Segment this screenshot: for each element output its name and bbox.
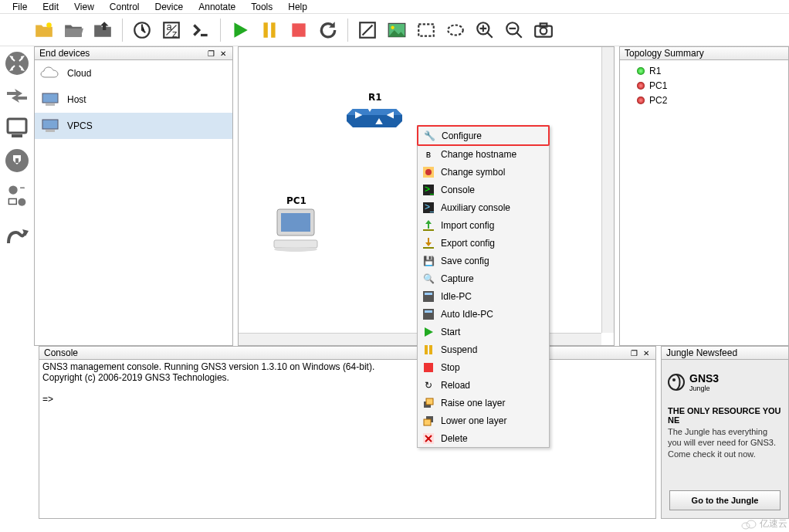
svg-point-56 [742, 523, 750, 529]
svg-rect-42 [423, 229, 434, 231]
topology-summary-title: Topology Summary [625, 48, 704, 59]
menu-device[interactable]: Device [147, 2, 191, 12]
end-devices-category-button[interactable] [3, 114, 31, 142]
status-led-icon [637, 82, 645, 90]
svg-point-35 [672, 378, 676, 381]
add-note-button[interactable] [354, 17, 381, 43]
zoom-out-button[interactable] [501, 17, 527, 43]
ctx-console[interactable]: >_Console [418, 181, 549, 198]
ctx-capture[interactable]: 🔍Capture [418, 269, 549, 287]
ctx-aux-console[interactable]: >_Auxiliary console [418, 198, 549, 216]
svg-rect-19 [8, 119, 26, 133]
console-output[interactable]: GNS3 management console. Running GNS3 ve… [39, 360, 655, 518]
ctx-start[interactable]: Start [418, 323, 549, 341]
svg-rect-24 [8, 198, 16, 204]
go-to-jungle-button[interactable]: Go to the Jungle [669, 490, 781, 510]
svg-text:>_: >_ [425, 185, 434, 195]
stop-all-button[interactable] [286, 17, 312, 43]
all-devices-category-button[interactable] [3, 179, 31, 216]
ctx-change-hostname[interactable]: вChange hostname [418, 145, 549, 163]
pc1-node[interactable] [271, 206, 320, 255]
svg-rect-27 [46, 103, 55, 106]
undock-icon[interactable]: ❐ [629, 348, 638, 357]
svg-point-0 [46, 22, 52, 28]
reload-all-button[interactable] [315, 17, 341, 43]
save-project-button[interactable] [90, 17, 116, 43]
wrench-icon: 🔧 [423, 130, 435, 142]
svg-point-10 [391, 25, 394, 29]
device-cloud[interactable]: Cloud [35, 60, 232, 86]
r1-node[interactable] [347, 103, 402, 130]
topo-item-pc2[interactable]: PC2 [625, 93, 784, 107]
show-interfaces-button[interactable]: az [158, 17, 185, 43]
menu-file[interactable]: File [5, 2, 35, 12]
svg-point-18 [5, 52, 29, 75]
svg-rect-54 [424, 419, 431, 425]
save-icon: 💾 [422, 255, 435, 267]
menu-edit[interactable]: Edit [35, 2, 66, 12]
draw-ellipse-button[interactable] [442, 17, 469, 43]
ctx-stop[interactable]: Stop [418, 358, 549, 376]
host-icon [39, 90, 61, 109]
ctx-change-symbol[interactable]: Change symbol [418, 163, 549, 181]
open-project-button[interactable] [60, 17, 86, 43]
svg-point-57 [747, 520, 756, 528]
routers-category-button[interactable] [3, 49, 31, 77]
console-icon: >_ [422, 184, 435, 196]
menu-annotate[interactable]: Annotate [191, 2, 243, 12]
ctx-auto-idle-pc[interactable]: Auto Idle-PC [418, 305, 549, 323]
ctx-idle-pc[interactable]: Idle-PC [418, 287, 549, 305]
canvas-vscroll[interactable] [601, 47, 614, 333]
draw-rect-button[interactable] [413, 17, 439, 43]
topo-item-r1[interactable]: R1 [625, 63, 784, 78]
switches-category-button[interactable] [3, 82, 31, 110]
close-icon[interactable]: ✕ [218, 49, 228, 58]
ctx-export-config[interactable]: Export config [418, 234, 549, 252]
security-category-button[interactable] [3, 147, 31, 175]
screenshot-button[interactable] [530, 17, 557, 43]
ctx-suspend[interactable]: Suspend [418, 341, 549, 358]
start-all-button[interactable] [227, 17, 253, 43]
svg-rect-32 [274, 240, 317, 248]
pause-all-button[interactable] [256, 17, 283, 43]
svg-rect-45 [425, 293, 432, 295]
new-project-button[interactable] [31, 17, 57, 43]
svg-point-12 [448, 25, 463, 35]
add-link-button[interactable] [3, 221, 31, 249]
svg-rect-29 [46, 130, 55, 132]
device-label: Host [67, 94, 86, 105]
end-devices-title: End devices [39, 48, 90, 59]
ctx-lower-layer[interactable]: Lower one layer [418, 412, 549, 429]
zoom-in-button[interactable] [472, 17, 498, 43]
ctx-save-config[interactable]: 💾Save config [418, 252, 549, 269]
ctx-reload[interactable]: ↻Reload [418, 376, 549, 394]
menu-tools[interactable]: Tools [243, 2, 280, 12]
ctx-import-config[interactable]: Import config [418, 216, 549, 234]
undock-icon[interactable]: ❐ [206, 49, 215, 58]
device-vpcs[interactable]: VPCS [35, 113, 232, 139]
cloud-icon [39, 64, 61, 83]
menu-help[interactable]: Help [280, 2, 315, 12]
ctx-configure[interactable]: 🔧Configure [417, 125, 550, 146]
play-icon [422, 326, 435, 338]
lower-icon [422, 415, 435, 427]
jungle-body-text: The Jungle has everything you will ever … [668, 426, 782, 459]
console-title: Console [44, 347, 78, 358]
console-all-button[interactable] [188, 17, 214, 43]
svg-rect-26 [42, 93, 58, 103]
svg-point-37 [425, 169, 432, 175]
menu-bar: File Edit View Control Device Annotate T… [0, 0, 789, 14]
ctx-delete[interactable]: Delete [418, 429, 549, 447]
menu-view[interactable]: View [66, 2, 102, 12]
close-icon[interactable]: ✕ [642, 348, 651, 357]
snapshot-button[interactable] [129, 17, 155, 43]
ctx-raise-layer[interactable]: Raise one layer [418, 394, 549, 412]
device-host[interactable]: Host [35, 86, 232, 113]
topo-item-pc1[interactable]: PC1 [625, 78, 784, 93]
menu-control[interactable]: Control [102, 2, 147, 12]
jungle-panel: Jungle Newsfeed GNS3 Jungle THE ONLY RES… [661, 346, 789, 519]
svg-rect-31 [281, 213, 310, 232]
device-rail [0, 46, 34, 346]
svg-rect-7 [292, 23, 305, 36]
insert-image-button[interactable] [384, 17, 410, 43]
